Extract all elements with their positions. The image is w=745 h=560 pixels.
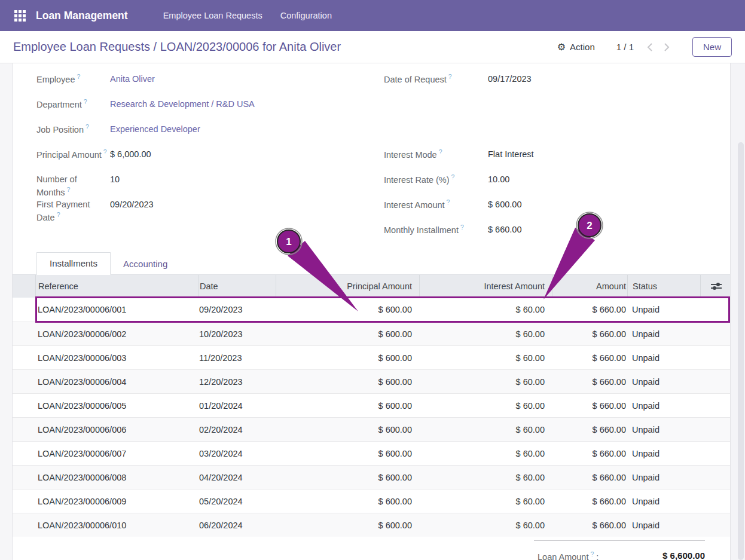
tab-accounting[interactable]: Accounting [111, 253, 180, 275]
cell-amount[interactable]: $ 660.00 [552, 521, 627, 530]
cell-reference[interactable]: LOAN/2023/00006/001 [35, 305, 198, 314]
cell-principal-amount[interactable]: $ 600.00 [276, 497, 419, 506]
cell-amount[interactable]: $ 660.00 [552, 353, 627, 363]
cell-principal-amount[interactable]: $ 600.00 [276, 473, 419, 482]
header-cell-principal-amount[interactable]: Principal Amount [276, 275, 419, 298]
cell-date[interactable]: 04/20/2024 [198, 473, 276, 482]
app-name[interactable]: Loan Management [36, 10, 128, 22]
cell-reference[interactable]: LOAN/2023/00006/002 [35, 329, 198, 339]
field-value-interest-rate[interactable]: 10.00 [488, 173, 509, 186]
cell-date[interactable]: 09/20/2023 [198, 305, 276, 314]
field-value-employee[interactable]: Anita Oliver [110, 73, 155, 85]
cell-status[interactable]: Unpaid [627, 353, 700, 363]
cell-reference[interactable]: LOAN/2023/00006/009 [35, 497, 198, 506]
cell-principal-amount[interactable]: $ 600.00 [276, 401, 419, 411]
cell-reference[interactable]: LOAN/2023/00006/006 [35, 425, 198, 434]
cell-principal-amount[interactable]: $ 600.00 [276, 305, 419, 314]
cell-date[interactable]: 01/20/2024 [198, 401, 276, 411]
cell-status[interactable]: Unpaid [627, 305, 700, 314]
pager-previous-button[interactable] [642, 40, 658, 54]
apps-grid-icon[interactable] [10, 5, 30, 26]
cell-date[interactable]: 12/20/2023 [198, 377, 276, 387]
cell-reference[interactable]: LOAN/2023/00006/005 [35, 401, 198, 411]
cell-status[interactable]: Unpaid [627, 521, 700, 530]
cell-interest-amount[interactable]: $ 60.00 [419, 497, 552, 506]
cell-principal-amount[interactable]: $ 600.00 [276, 377, 419, 387]
table-row[interactable]: LOAN/2023/00006/003 11/20/2023 $ 600.00 … [13, 345, 730, 369]
field-value-interest-mode[interactable]: Flat Interest [488, 148, 534, 161]
field-value-department[interactable]: Research & Development / R&D USA [110, 98, 255, 111]
cell-amount[interactable]: $ 660.00 [552, 305, 627, 314]
field-value-interest-amount[interactable]: $ 600.00 [488, 198, 521, 211]
cell-status[interactable]: Unpaid [627, 377, 700, 387]
scrollbar-thumb[interactable] [738, 142, 744, 560]
table-row[interactable]: LOAN/2023/00006/001 09/20/2023 $ 600.00 … [13, 298, 730, 322]
cell-interest-amount[interactable]: $ 60.00 [419, 425, 552, 434]
table-row[interactable]: LOAN/2023/00006/006 02/20/2024 $ 600.00 … [13, 417, 730, 441]
cell-reference[interactable]: LOAN/2023/00006/008 [35, 473, 198, 482]
cell-date[interactable]: 06/20/2024 [198, 521, 276, 530]
cell-date[interactable]: 11/20/2023 [198, 353, 276, 363]
field-value-date-of-request[interactable]: 09/17/2023 [488, 73, 532, 85]
cell-interest-amount[interactable]: $ 60.00 [419, 473, 552, 482]
cell-amount[interactable]: $ 660.00 [552, 377, 627, 387]
cell-amount[interactable]: $ 660.00 [552, 425, 627, 434]
pager-next-button[interactable] [659, 40, 674, 54]
table-row[interactable]: LOAN/2023/00006/009 05/20/2024 $ 600.00 … [13, 489, 730, 513]
tab-installments[interactable]: Installments [36, 252, 111, 275]
cell-status[interactable]: Unpaid [627, 497, 700, 506]
field-value-first-payment-date[interactable]: 09/20/2023 [110, 198, 154, 211]
breadcrumb[interactable]: Employee Loan Requests / LOAN/2023/00006… [13, 40, 557, 54]
table-row[interactable]: LOAN/2023/00006/002 10/20/2023 $ 600.00 … [13, 322, 730, 345]
header-cell-interest-amount[interactable]: Interest Amount [419, 275, 552, 298]
table-row[interactable]: LOAN/2023/00006/004 12/20/2023 $ 600.00 … [13, 369, 730, 393]
header-cell-select[interactable] [13, 275, 35, 298]
field-value-monthly-installment[interactable]: $ 660.00 [488, 224, 521, 236]
cell-date[interactable]: 03/20/2024 [198, 449, 276, 458]
nav-menu-configuration[interactable]: Configuration [271, 1, 341, 30]
table-row[interactable]: LOAN/2023/00006/005 01/20/2024 $ 600.00 … [13, 393, 730, 417]
cell-interest-amount[interactable]: $ 60.00 [419, 521, 552, 530]
cell-principal-amount[interactable]: $ 600.00 [276, 521, 419, 530]
table-row[interactable]: LOAN/2023/00006/007 03/20/2024 $ 600.00 … [13, 441, 730, 465]
header-cell-amount[interactable]: Amount [552, 275, 627, 298]
cell-principal-amount[interactable]: $ 600.00 [276, 449, 419, 458]
cell-status[interactable]: Unpaid [627, 401, 700, 411]
cell-amount[interactable]: $ 660.00 [552, 449, 627, 458]
field-value-number-of-months[interactable]: 10 [110, 173, 120, 186]
cell-interest-amount[interactable]: $ 60.00 [419, 449, 552, 458]
field-value-job-position[interactable]: Experienced Developer [110, 123, 200, 136]
cell-interest-amount[interactable]: $ 60.00 [419, 329, 552, 339]
cell-principal-amount[interactable]: $ 600.00 [276, 425, 419, 434]
cell-reference[interactable]: LOAN/2023/00006/003 [35, 353, 198, 363]
cell-status[interactable]: Unpaid [627, 425, 700, 434]
cell-reference[interactable]: LOAN/2023/00006/010 [35, 521, 198, 530]
table-row[interactable]: LOAN/2023/00006/008 04/20/2024 $ 600.00 … [13, 465, 730, 489]
nav-menu-employee-loan-requests[interactable]: Employee Loan Requests [154, 1, 271, 30]
header-cell-date[interactable]: Date [198, 275, 276, 298]
new-button[interactable]: New [692, 37, 732, 57]
cell-interest-amount[interactable]: $ 60.00 [419, 377, 552, 387]
optional-columns-button[interactable] [707, 277, 725, 295]
cell-interest-amount[interactable]: $ 60.00 [419, 305, 552, 314]
cell-date[interactable]: 02/20/2024 [198, 425, 276, 434]
cell-interest-amount[interactable]: $ 60.00 [419, 401, 552, 411]
header-cell-reference[interactable]: Reference [35, 275, 198, 298]
cell-amount[interactable]: $ 660.00 [552, 401, 627, 411]
header-cell-status[interactable]: Status [627, 275, 700, 298]
field-value-principal-amount[interactable]: $ 6,000.00 [110, 148, 151, 161]
table-row[interactable]: LOAN/2023/00006/010 06/20/2024 $ 600.00 … [13, 513, 730, 537]
cell-amount[interactable]: $ 660.00 [552, 473, 627, 482]
cell-principal-amount[interactable]: $ 600.00 [276, 329, 419, 339]
cell-amount[interactable]: $ 660.00 [552, 497, 627, 506]
cell-date[interactable]: 05/20/2024 [198, 497, 276, 506]
cell-status[interactable]: Unpaid [627, 329, 700, 339]
cell-reference[interactable]: LOAN/2023/00006/004 [35, 377, 198, 387]
cell-amount[interactable]: $ 660.00 [552, 329, 627, 339]
action-button[interactable]: ⚙ Action [557, 42, 595, 52]
cell-principal-amount[interactable]: $ 600.00 [276, 353, 419, 363]
cell-reference[interactable]: LOAN/2023/00006/007 [35, 449, 198, 458]
cell-interest-amount[interactable]: $ 60.00 [419, 353, 552, 363]
cell-status[interactable]: Unpaid [627, 449, 700, 458]
cell-status[interactable]: Unpaid [627, 473, 700, 482]
